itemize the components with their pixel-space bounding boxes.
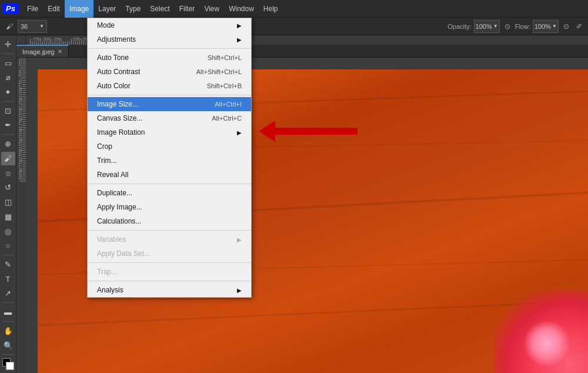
menu-auto-tone-label: Auto Tone [97, 54, 129, 62]
arrow-shaft [275, 128, 358, 135]
menu-crop[interactable]: Crop [88, 139, 251, 154]
menu-apply-data-set: Apply Data Set... [88, 247, 251, 261]
opacity-icon[interactable]: ⊙ [502, 21, 513, 32]
menu-window[interactable]: Window [224, 0, 259, 18]
flow-value: 100% [534, 23, 551, 30]
menu-adjustments[interactable]: Adjustments ▶ [88, 32, 251, 46]
opacity-label: Opacity: [447, 23, 471, 30]
tool-hand[interactable]: ✋ [1, 324, 15, 338]
menu-adjustments-label: Adjustments [97, 35, 136, 44]
tool-lasso[interactable]: ⌀ [1, 71, 15, 84]
menu-auto-tone[interactable]: Auto Tone Shift+Ctrl+L [88, 51, 251, 65]
dd-sep-5 [88, 262, 251, 263]
flow-dropdown[interactable]: 100% ▼ [533, 20, 559, 33]
brush-tool-icon[interactable]: 🖌 [4, 21, 15, 32]
tool-sep-7 [2, 354, 14, 355]
menu-trim-label: Trim... [97, 156, 117, 165]
tool-spot-heal[interactable]: ⊕ [1, 137, 15, 151]
tool-shape[interactable]: ▬ [1, 305, 15, 319]
menu-auto-contrast-label: Auto Contrast [97, 68, 140, 76]
menu-auto-contrast[interactable]: Auto Contrast Alt+Shift+Ctrl+L [88, 65, 251, 79]
tool-history-brush[interactable]: ↺ [1, 181, 15, 194]
arrow-head [259, 121, 275, 142]
dd-sep-3 [88, 184, 251, 184]
menu-auto-color-shortcut: Shift+Ctrl+B [207, 82, 242, 89]
tool-clone[interactable]: ⎅ [1, 166, 15, 180]
tool-dodge[interactable]: ○ [1, 239, 15, 252]
menu-image-rotation[interactable]: Image Rotation ▶ [88, 125, 251, 139]
opacity-arrow: ▼ [493, 24, 498, 29]
tool-zoom[interactable]: 🔍 [1, 339, 15, 352]
tool-sep-6 [2, 321, 14, 322]
menu-trim[interactable]: Trim... [88, 154, 251, 168]
tool-eraser[interactable]: ◫ [1, 195, 15, 209]
brush-size-arrow: ▼ [39, 24, 44, 29]
tool-sep-3 [2, 134, 14, 135]
tool-marquee[interactable]: ▭ [1, 56, 15, 70]
opacity-dropdown[interactable]: 100% ▼ [474, 20, 500, 33]
menu-help[interactable]: Help [259, 0, 283, 18]
menu-image-size-label: Image Size... [97, 100, 138, 108]
image-tab[interactable]: Image.jpeg ✕ [16, 45, 69, 57]
tool-blur[interactable]: ◎ [1, 225, 15, 238]
tool-sep-5 [2, 302, 14, 303]
menu-file[interactable]: File [22, 0, 43, 18]
tab-close-icon[interactable]: ✕ [58, 48, 62, 55]
tool-brush[interactable]: 🖌 [1, 152, 15, 165]
tool-magic-wand[interactable]: ✦ [1, 85, 15, 99]
menu-layer[interactable]: Layer [93, 0, 121, 18]
menu-duplicate[interactable]: Duplicate... [88, 186, 251, 200]
menu-image[interactable]: Image [65, 0, 93, 18]
dd-sep-6 [88, 281, 251, 281]
flow-arrow: ▼ [552, 24, 557, 29]
left-toolbar: ✛ ▭ ⌀ ✦ ⊡ ✒ ⊕ 🖌 ⎅ ↺ ◫ ▦ ◎ ○ ✎ T ↗ ▬ ✋ 🔍 [0, 35, 16, 373]
brush-size-select[interactable]: 36 ▼ [18, 20, 47, 33]
menubar: Ps File Edit Image Layer Type Select Fil… [0, 0, 588, 18]
menu-auto-color-label: Auto Color [97, 82, 131, 90]
tool-move[interactable]: ✛ [1, 38, 15, 51]
menu-adjustments-arrow: ▶ [237, 36, 242, 43]
tool-pen[interactable]: ✎ [1, 258, 15, 271]
menu-select[interactable]: Select [145, 0, 174, 18]
menu-analysis-arrow: ▶ [237, 287, 242, 294]
tool-crop[interactable]: ⊡ [1, 104, 15, 118]
airbrush-icon[interactable]: ✐ [574, 21, 584, 32]
foreground-color[interactable] [1, 357, 15, 371]
v-ruler-canvas [16, 58, 26, 373]
menu-mode-label: Mode [97, 21, 115, 29]
menu-auto-contrast-shortcut: Alt+Shift+Ctrl+L [196, 68, 242, 75]
menu-apply-image[interactable]: Apply Image... [88, 200, 251, 214]
menu-image-rotation-arrow: ▶ [237, 129, 242, 136]
menu-variables-label: Variables [97, 235, 126, 244]
menu-calculations[interactable]: Calculations... [88, 214, 251, 228]
menu-canvas-size[interactable]: Canvas Size... Alt+Ctrl+C [88, 111, 251, 125]
tool-gradient[interactable]: ▦ [1, 210, 15, 224]
menu-filter[interactable]: Filter [175, 0, 200, 18]
menu-canvas-size-label: Canvas Size... [97, 114, 142, 122]
image-dropdown-menu: Mode ▶ Adjustments ▶ Auto Tone Shift+Ctr… [87, 18, 252, 298]
ps-logo: Ps [2, 3, 19, 14]
menu-reveal-all[interactable]: Reveal All [88, 168, 251, 182]
menu-edit[interactable]: Edit [43, 0, 65, 18]
red-arrow-annotation [259, 121, 358, 142]
tool-type[interactable]: T [1, 272, 15, 286]
menu-canvas-size-shortcut: Alt+Ctrl+C [212, 115, 242, 122]
flow-icon[interactable]: ⊙ [561, 21, 572, 32]
menu-mode[interactable]: Mode ▶ [88, 18, 251, 32]
tool-sep-4 [2, 255, 14, 255]
menu-auto-color[interactable]: Auto Color Shift+Ctrl+B [88, 79, 251, 93]
tool-eyedropper[interactable]: ✒ [1, 119, 15, 132]
menu-apply-data-set-label: Apply Data Set... [97, 249, 150, 258]
opacity-value: 100% [476, 23, 492, 30]
menu-type[interactable]: Type [121, 0, 145, 18]
dd-sep-2 [88, 95, 251, 95]
menu-reveal-all-label: Reveal All [97, 171, 128, 179]
menu-analysis[interactable]: Analysis ▶ [88, 283, 251, 297]
tool-path-select[interactable]: ↗ [1, 287, 15, 301]
menu-image-size-shortcut: Alt+Ctrl+I [215, 101, 242, 108]
menu-view[interactable]: View [199, 0, 224, 18]
menu-trap-label: Trap... [97, 268, 117, 276]
ruler-corner [16, 35, 26, 45]
menu-trap: Trap... [88, 265, 251, 279]
menu-image-size[interactable]: Image Size... Alt+Ctrl+I [88, 97, 251, 111]
